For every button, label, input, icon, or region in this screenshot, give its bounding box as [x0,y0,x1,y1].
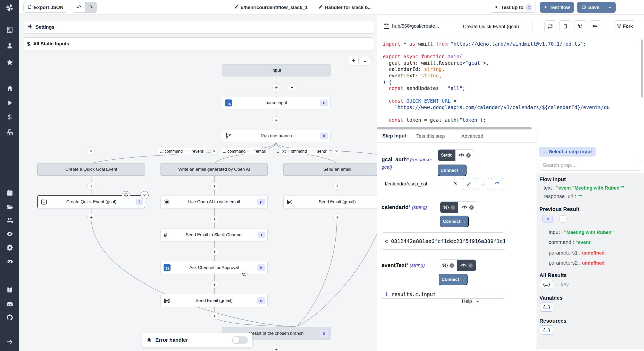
node-flow-input[interactable]: Input [222,64,331,76]
add-step-icon[interactable] [210,215,218,223]
zoom-out-button[interactable]: - [360,56,370,66]
flow-path-breadcrumb[interactable]: u/henricourdent/flow_slack_1 [234,0,308,15]
collapse-button[interactable]: - [560,215,566,223]
node-send-email-gmail-right[interactable]: Send Email (gmail) [283,195,377,208]
add-step-icon[interactable] [333,213,341,221]
javascript-mode-segment[interactable]: </> i [457,260,476,271]
calendar-id-connect-button[interactable]: Connect → [440,216,469,227]
event-text-mode-toggle[interactable]: ${} i </> i [439,259,476,271]
runs-play-icon[interactable] [6,99,13,107]
flow-settings-bar[interactable]: Settings [23,21,374,34]
error-handler-toggle[interactable] [232,336,248,344]
user-icon[interactable] [6,42,13,49]
javascript-mode-segment[interactable]: </> i [458,202,477,213]
add-step-icon[interactable] [210,248,218,256]
search-prop-input[interactable]: Search prop... [539,160,641,171]
add-step-icon[interactable] [272,84,280,91]
resources-cubes-icon[interactable] [6,129,13,136]
folders-icon[interactable] [6,203,13,211]
prop-row-parameters2[interactable]: parameters2 : undefined [549,260,605,266]
add-step-icon[interactable] [272,116,280,124]
add-step-icon[interactable] [210,312,218,320]
save-button[interactable]: Save [577,2,604,13]
audit-eye-icon[interactable] [6,230,13,238]
groups-users-gear-icon[interactable] [6,217,13,224]
discord-icon[interactable] [6,301,13,308]
remove-branch-icon[interactable] [210,147,218,155]
export-json-button[interactable]: Export JSON [23,2,67,13]
node-parse-input[interactable]: TS parse input c [222,97,331,109]
delete-step-icon[interactable] [140,191,149,199]
event-text-connect-button[interactable]: Connect → [439,274,468,285]
suspend-phone-icon[interactable] [574,20,586,32]
select-step-input-pill[interactable]: ← Select a step input [539,147,596,157]
template-mode-segment[interactable]: ${} i [440,202,458,213]
horizontal-scrollbar[interactable] [377,127,532,129]
hub-script-path[interactable]: hub/568/gcal/create... [392,23,439,29]
test-up-to-button[interactable]: Test up to t [491,2,536,13]
prop-row-input[interactable]: input : "Meeting with Ruben" [549,229,614,235]
calendar-id-value-input[interactable]: c_0312442e881ae6fcf1dec23f54916a389f1c17… [381,232,505,250]
clear-x-icon[interactable] [453,181,457,187]
add-step-icon[interactable] [210,182,218,190]
node-run-one-branch[interactable]: Run one branch d [222,130,331,142]
prop-row-parameters1[interactable]: parameters1 : undefined [549,250,605,256]
static-mode-segment[interactable]: Static [438,150,455,161]
favorites-star-icon[interactable] [6,59,13,66]
resources-expand-button[interactable]: {...} [540,325,553,334]
windmill-logo-icon[interactable] [5,3,15,13]
workers-robot-icon[interactable] [6,258,13,265]
gcal-auth-connect-button[interactable]: Connect → [438,165,467,176]
tab-advanced[interactable]: Advanced [461,130,483,142]
variables-expand-button[interactable]: {...} [540,303,553,312]
event-text-expression-input[interactable]: 1 results.c.input [381,290,505,299]
concurrency-square-icon[interactable] [559,20,571,32]
save-dropdown-chevron-icon[interactable] [604,2,616,13]
flow-summary-breadcrumb[interactable]: Handler for slack b... [318,0,372,15]
schedules-calendar-icon[interactable] [6,189,13,197]
fork-button[interactable]: Fork [614,20,635,32]
move-step-icon[interactable] [122,191,130,199]
vertical-scrollbar[interactable] [641,39,643,97]
refresh-icon[interactable] [491,178,503,190]
trigger-lightning-icon[interactable] [288,83,296,92]
docs-book-icon[interactable] [6,287,13,294]
prop-row-response-url[interactable]: response_url : "" [544,193,582,199]
branch-handle-icon[interactable] [280,147,289,156]
settings-gear-icon[interactable] [6,244,13,251]
template-mode-segment[interactable]: ${} i [439,260,457,271]
node-openai-write-email[interactable]: Use Open AI to write email p [160,195,268,208]
retries-repeat-icon[interactable] [544,20,556,32]
add-step-icon[interactable] [333,182,341,190]
home-icon[interactable] [6,85,13,92]
remove-branch-icon[interactable] [87,147,95,155]
node-ask-channel-approval[interactable]: TS Ask Channel for Approval k [160,261,268,274]
github-icon[interactable] [6,314,13,321]
node-send-email-gmail-mid[interactable]: Send Email (gmail) o [160,294,268,307]
add-step-icon[interactable] [210,281,218,289]
help-link[interactable]: Help [462,298,480,304]
tab-step-input[interactable]: Step Input [382,130,406,142]
zoom-in-button[interactable]: + [349,56,359,66]
calendar-id-mode-toggle[interactable]: ${} i </> i [440,201,477,213]
code-editor[interactable]: import * as wmill from "https://deno.lan… [377,38,644,130]
gcal-auth-resource-input[interactable]: f/calendar/escp_cal [381,178,461,190]
branch-header-gcal[interactable]: Create a Quick Gcal Event [37,163,145,176]
edit-resource-pencil-icon[interactable] [463,178,475,190]
flow-canvas[interactable]: Settings $ All Static Inputs + - Input T… [19,15,377,351]
step-summary-input[interactable]: Create Quick Event (gcal) [459,21,532,32]
all-static-inputs-bar[interactable]: $ All Static Inputs [23,37,374,50]
prop-row-text[interactable]: text : "event "Meeting with Ruben"" [544,185,624,191]
add-resource-plus-icon[interactable]: + [477,178,489,190]
expand-arrow-right-icon[interactable] [6,338,13,345]
redo-icon[interactable]: ↷ [85,2,97,12]
undo-icon[interactable]: ↶ [73,2,85,12]
javascript-mode-segment[interactable]: </> i [455,150,474,161]
node-send-email-slack[interactable]: # Send Email to Slack Channel r [160,228,268,241]
prop-row-command[interactable]: command : "event" [549,239,592,245]
suspend-phone-icon[interactable] [240,271,248,279]
remove-branch-icon[interactable] [333,147,340,155]
branch-header-send[interactable]: Send an email [283,163,377,176]
workspace-building-icon[interactable] [6,26,13,34]
branch-header-openai[interactable]: Write an email generated by Open AI [160,163,268,176]
